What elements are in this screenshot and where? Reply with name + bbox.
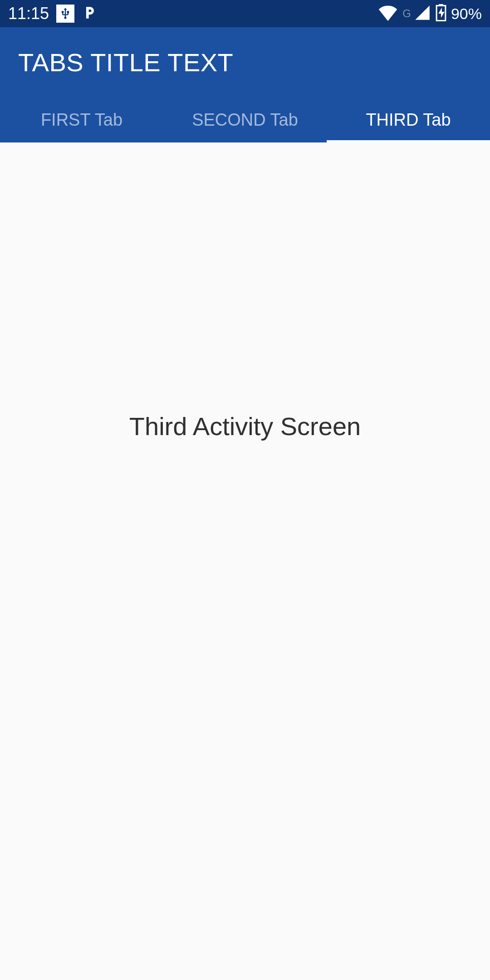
battery-charging-icon <box>436 4 446 23</box>
tab-label: THIRD Tab <box>366 110 451 130</box>
status-right-group: G 90% <box>378 4 482 23</box>
wifi-icon <box>378 4 398 23</box>
tab-third[interactable]: THIRD Tab <box>327 97 490 142</box>
content-heading: Third Activity Screen <box>129 412 361 441</box>
tab-label: SECOND Tab <box>192 110 298 130</box>
svg-rect-1 <box>439 4 443 6</box>
usb-icon <box>56 5 74 23</box>
main-content: Third Activity Screen <box>0 142 490 710</box>
cellular-signal-icon <box>414 4 431 23</box>
battery-percent: 90% <box>451 5 482 23</box>
tab-second[interactable]: SECOND Tab <box>163 97 327 142</box>
tab-label: FIRST Tab <box>41 110 122 130</box>
status-bar: 11:15 G <box>0 0 490 27</box>
p-icon <box>82 4 97 23</box>
clock-time: 11:15 <box>8 4 49 23</box>
page-title: TABS TITLE TEXT <box>18 48 233 77</box>
tab-first[interactable]: FIRST Tab <box>0 97 163 142</box>
status-left-group: 11:15 <box>8 4 97 23</box>
tab-bar: FIRST Tab SECOND Tab THIRD Tab <box>0 97 490 142</box>
app-bar: TABS TITLE TEXT <box>0 27 490 97</box>
network-type: G <box>402 7 411 20</box>
